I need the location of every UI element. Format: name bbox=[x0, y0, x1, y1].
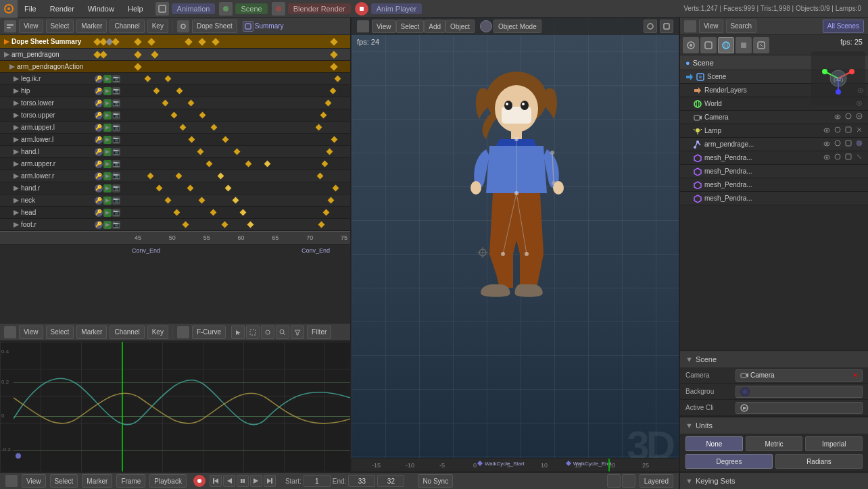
tl-frame[interactable]: Frame bbox=[116, 474, 145, 488]
select-btn-dope[interactable]: Select bbox=[46, 20, 74, 33]
tree-camera[interactable]: Camera bbox=[680, 111, 868, 124]
track-row-summary[interactable]: Dope Sheet Summary bbox=[0, 35, 350, 49]
track-row-torso-upper[interactable]: torso.upper 🔑 ▶ 📷 bbox=[0, 109, 350, 122]
track-row-neck[interactable]: neck 🔑 ▶ 📷 bbox=[0, 195, 350, 207]
eye-arm[interactable] bbox=[823, 140, 833, 149]
tree-mesh2[interactable]: mesh_Pendra... bbox=[680, 165, 868, 178]
render-camera[interactable] bbox=[845, 113, 854, 122]
no-sync-btn[interactable]: No Sync bbox=[418, 474, 453, 488]
end-value[interactable]: 33 bbox=[348, 475, 375, 487]
degrees-btn[interactable]: Degrees bbox=[685, 454, 773, 469]
box-select-tool[interactable] bbox=[246, 326, 260, 339]
all-scenes-btn[interactable]: All Scenes bbox=[823, 20, 864, 33]
pause-btn[interactable] bbox=[237, 475, 249, 487]
render-lamp[interactable] bbox=[834, 126, 844, 136]
select-camera[interactable] bbox=[856, 113, 865, 122]
radians-btn[interactable]: Radians bbox=[775, 454, 863, 469]
vp-tool1[interactable] bbox=[644, 20, 657, 33]
filter-icon[interactable] bbox=[291, 326, 304, 339]
record-btn[interactable] bbox=[193, 475, 206, 487]
jump-end-btn[interactable] bbox=[264, 475, 276, 487]
track-row-arm-lower-r[interactable]: arm.lower.r 🔑 ▶ 📷 bbox=[0, 170, 350, 182]
track-row-arm-lower-l[interactable]: arm.lower.l 🔑 ▶ 📷 bbox=[0, 134, 350, 146]
menu-window[interactable]: Window bbox=[81, 0, 121, 18]
camera-value[interactable]: Camera ✕ bbox=[736, 369, 863, 382]
summary-toggle[interactable]: Summary bbox=[243, 21, 284, 32]
prop-tab-object[interactable] bbox=[736, 37, 752, 53]
track-row-foot-r[interactable]: foot.r 🔑 ▶ 📷 bbox=[0, 219, 350, 231]
none-btn[interactable]: None bbox=[685, 436, 743, 451]
tl-tool1[interactable] bbox=[607, 474, 621, 488]
track-row-arm-upper-l[interactable]: arm.upper.l 🔑 ▶ 📷 bbox=[0, 122, 350, 134]
lasso-tool[interactable] bbox=[261, 326, 274, 339]
scene-props-header[interactable]: ▼ Scene bbox=[680, 351, 868, 367]
dope-sheet-mode-btn[interactable]: Dope Sheet bbox=[192, 20, 237, 33]
vp-tool2[interactable] bbox=[660, 20, 673, 33]
prev-frame-btn[interactable] bbox=[223, 475, 235, 487]
marker-btn-dope-bottom[interactable]: Marker bbox=[76, 326, 107, 339]
select-lamp[interactable] bbox=[845, 126, 854, 136]
track-row-hip[interactable]: hip 🔑 ▶ 📷 bbox=[0, 85, 350, 97]
track-row-leg-ik-r[interactable]: leg.ik.r 🔑 ▶ 📷 bbox=[0, 73, 350, 85]
view-btn-dope[interactable]: View bbox=[19, 20, 43, 33]
prop-tab-scene[interactable] bbox=[700, 37, 717, 53]
track-row-head[interactable]: head 🔑 ▶ 📷 bbox=[0, 207, 350, 219]
active-clip-value[interactable] bbox=[736, 402, 863, 414]
select-arm[interactable] bbox=[845, 140, 854, 149]
scene-badge[interactable]: Scene bbox=[235, 3, 267, 14]
track-row-torso-lower[interactable]: torso.lower 🔑 ▶ 📷 bbox=[0, 97, 350, 109]
eye-mesh1[interactable] bbox=[823, 153, 833, 163]
render-engine-badge[interactable]: Blender Render bbox=[288, 3, 351, 14]
eye-camera[interactable] bbox=[834, 113, 844, 122]
select-btn-dope-bottom[interactable]: Select bbox=[46, 326, 74, 339]
prop-tab-render[interactable] bbox=[683, 37, 699, 53]
start-value[interactable]: 1 bbox=[304, 475, 331, 487]
marker-btn-dope[interactable]: Marker bbox=[76, 20, 107, 33]
background-value[interactable] bbox=[736, 386, 863, 398]
key-btn-dope-bottom[interactable]: Key bbox=[147, 326, 168, 339]
tl-select[interactable]: Select bbox=[50, 474, 78, 488]
camera-clear-btn[interactable]: ✕ bbox=[852, 371, 858, 379]
key-btn-dope[interactable]: Key bbox=[147, 20, 168, 33]
track-row-hand-r[interactable]: hand.r 🔑 ▶ 📷 bbox=[0, 182, 350, 195]
jump-start-btn[interactable] bbox=[210, 475, 222, 487]
track-row-arm-upper-r[interactable]: arm.upper.r 🔑 ▶ 📷 bbox=[0, 158, 350, 170]
fcurve-btn[interactable]: F-Curve bbox=[192, 326, 226, 339]
metric-btn[interactable]: Metric bbox=[746, 436, 803, 451]
tl-marker[interactable]: Marker bbox=[82, 474, 112, 488]
render-arm[interactable] bbox=[834, 140, 844, 149]
search-btn-right[interactable]: Search bbox=[726, 20, 757, 33]
view-btn-dope-bottom[interactable]: View bbox=[19, 326, 43, 339]
tree-lamp[interactable]: Lamp bbox=[680, 124, 868, 138]
tree-arm[interactable]: arm_pendrage... bbox=[680, 138, 868, 151]
tl-playback[interactable]: Playback bbox=[149, 474, 187, 488]
scene-tree[interactable]: Scene RenderLayers World bbox=[680, 70, 868, 350]
visible-lamp[interactable] bbox=[856, 126, 865, 136]
zoom-tool[interactable] bbox=[276, 326, 289, 339]
eu-mesh1[interactable] bbox=[856, 153, 865, 163]
imperial-btn[interactable]: Imperial bbox=[805, 436, 863, 451]
view-btn-right[interactable]: View bbox=[699, 20, 723, 33]
keying-header[interactable]: ▼ Keying Sets bbox=[680, 473, 868, 489]
tree-mesh3[interactable]: mesh_Pendra... bbox=[680, 178, 868, 192]
render-mesh1[interactable] bbox=[834, 153, 844, 163]
next-frame-btn[interactable] bbox=[250, 475, 262, 487]
menu-help[interactable]: Help bbox=[121, 0, 150, 18]
anim-player-badge[interactable]: Anim Player bbox=[371, 3, 422, 14]
tl-tool2[interactable] bbox=[622, 474, 635, 488]
track-row-hand-l[interactable]: hand.l 🔑 ▶ 📷 bbox=[0, 146, 350, 158]
filter-btn[interactable]: Filter bbox=[307, 326, 331, 339]
track-row-action[interactable]: arm_pendragonAction bbox=[0, 61, 350, 73]
channel-btn-dope[interactable]: Channel bbox=[110, 20, 144, 33]
vp-view-btn[interactable]: View bbox=[372, 20, 396, 33]
channel-btn-dope-bottom[interactable]: Channel bbox=[110, 326, 144, 339]
vp-add-btn[interactable]: Add bbox=[424, 20, 445, 33]
track-row-arm-pendragon[interactable]: arm_pendragon bbox=[0, 49, 350, 61]
tree-mesh1[interactable]: mesh_Pendra... bbox=[680, 151, 868, 165]
menu-render[interactable]: Render bbox=[43, 0, 81, 18]
select-mesh1[interactable] bbox=[845, 153, 854, 163]
object-mode-btn[interactable]: Object Mode bbox=[493, 20, 541, 33]
tl-view[interactable]: View bbox=[22, 474, 46, 488]
current-frame[interactable]: 32 bbox=[377, 475, 404, 487]
mode-arm[interactable] bbox=[856, 140, 865, 149]
